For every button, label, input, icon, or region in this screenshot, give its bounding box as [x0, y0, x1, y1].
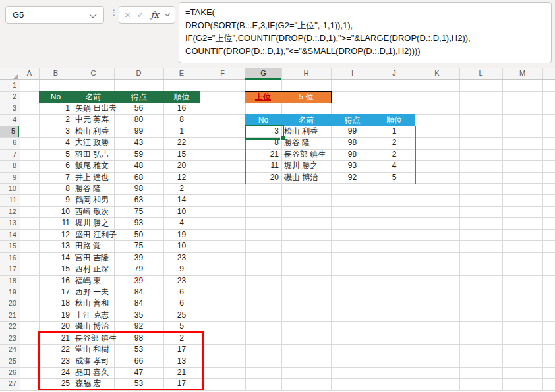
cell-rank[interactable]: 20 [163, 160, 200, 171]
cell-no[interactable]: 1 [39, 103, 73, 114]
column-header-C[interactable]: C [73, 68, 114, 80]
cell-score[interactable]: 75 [114, 206, 163, 217]
column-header-B[interactable]: B [39, 68, 73, 80]
cell-score[interactable]: 84 [114, 298, 163, 309]
row-header-25[interactable]: 25 [0, 356, 19, 367]
column-header-H[interactable]: H [281, 68, 331, 80]
cell-name[interactable]: 勝谷 隆一 [73, 183, 114, 194]
row-header-17[interactable]: 17 [0, 264, 19, 275]
cell-score[interactable]: 50 [114, 229, 163, 240]
column-header-L[interactable]: L [459, 68, 502, 80]
column-header-F[interactable]: F [200, 68, 245, 80]
row-header-6[interactable]: 6 [0, 137, 19, 148]
row-header-27[interactable]: 27 [0, 378, 19, 389]
cell-score[interactable]: 98 [114, 183, 163, 194]
cell-name[interactable]: 西崎 敬次 [73, 206, 114, 217]
cell-name[interactable]: 福嶋 東 [73, 275, 114, 287]
row-header-13[interactable]: 13 [0, 217, 19, 229]
cell-no[interactable]: 16 [39, 275, 73, 287]
cell-name[interactable]: 松山 利香 [73, 126, 114, 137]
cell-no[interactable]: 6 [39, 160, 73, 171]
row-header-20[interactable]: 20 [0, 298, 19, 309]
header-cell[interactable]: 順位 [163, 91, 200, 103]
column-header-I[interactable]: I [331, 68, 374, 80]
row-header-24[interactable]: 24 [0, 344, 19, 355]
cell-score[interactable]: 35 [114, 310, 163, 321]
column-header-J[interactable]: J [374, 68, 415, 80]
cell-score[interactable]: 39 [114, 275, 163, 287]
cell-no[interactable]: 10 [39, 206, 73, 217]
row-header-19[interactable]: 19 [0, 287, 19, 298]
cell-no[interactable]: 9 [39, 194, 73, 206]
select-all-corner[interactable] [13, 74, 18, 79]
cell-rank[interactable]: 4 [163, 217, 200, 229]
row-header-9[interactable]: 9 [0, 172, 19, 183]
cell-name[interactable]: 秋山 善和 [73, 298, 114, 309]
cell-no[interactable]: 2 [39, 114, 73, 125]
cell-rank[interactable]: 19 [163, 229, 200, 240]
formula-input[interactable]: =TAKE( DROP(SORT(B.:.E,3,IF(G2="上位",-1,1… [179, 2, 552, 63]
cell-name[interactable]: 堀川 勝之 [73, 217, 114, 229]
row-header-26[interactable]: 26 [0, 367, 19, 378]
cell-no[interactable]: 11 [39, 217, 73, 229]
criteria-mode-cell[interactable]: 上位 [245, 92, 281, 103]
cell-rank[interactable]: 23 [163, 275, 200, 287]
fill-handle[interactable] [280, 136, 285, 141]
cell-rank[interactable]: 10 [163, 206, 200, 217]
cell-score[interactable]: 63 [114, 194, 163, 206]
row-header-18[interactable]: 18 [0, 275, 19, 287]
column-header-G[interactable]: G [245, 68, 281, 80]
cell-no[interactable]: 13 [39, 240, 73, 252]
cell-rank[interactable]: 1 [163, 126, 200, 137]
cell-name[interactable]: 中元 英寿 [73, 114, 114, 125]
cell-no[interactable]: 17 [39, 287, 73, 298]
cell-name[interactable]: 田路 覚 [73, 240, 114, 252]
header-cell[interactable]: 得点 [114, 91, 163, 103]
cell-score[interactable]: 43 [114, 137, 163, 148]
cell-rank[interactable]: 25 [163, 310, 200, 321]
cell-no[interactable]: 4 [39, 137, 73, 148]
cell-rank[interactable]: 10 [163, 240, 200, 252]
cancel-icon[interactable]: × [125, 10, 131, 20]
cell-score[interactable]: 99 [114, 126, 163, 137]
row-header-3[interactable]: 3 [0, 103, 19, 114]
cell-name[interactable]: 井上 達也 [73, 172, 114, 183]
row-header-4[interactable]: 4 [0, 114, 19, 125]
enter-icon[interactable]: ✓ [137, 11, 144, 19]
criteria-rank-cell[interactable]: 5 位 [281, 92, 331, 103]
cell-score[interactable]: 79 [114, 264, 163, 275]
row-header-1[interactable]: 1 [0, 80, 19, 91]
cell-rank[interactable]: 6 [163, 298, 200, 309]
cell-no[interactable]: 3 [39, 126, 73, 137]
cell-no[interactable]: 12 [39, 229, 73, 240]
cell-score[interactable]: 75 [114, 240, 163, 252]
cell-score[interactable]: 93 [114, 217, 163, 229]
cell-name[interactable]: 羽田 弘吉 [73, 149, 114, 160]
column-header-A[interactable]: A [20, 68, 39, 80]
chevron-down-icon[interactable] [89, 11, 96, 18]
insert-function-icon[interactable]: ƒx [151, 10, 159, 20]
selected-cell-border[interactable] [245, 125, 284, 140]
cell-name[interactable]: 盛田 江利子 [73, 229, 114, 240]
cell-name[interactable]: 宮田 吉隆 [73, 252, 114, 264]
column-header-E[interactable]: E [163, 68, 200, 80]
header-cell[interactable]: 名前 [73, 91, 114, 103]
cell-rank[interactable]: 14 [163, 194, 200, 206]
row-header-12[interactable]: 12 [0, 206, 19, 217]
row-header-7[interactable]: 7 [0, 149, 19, 160]
row-header-22[interactable]: 22 [0, 321, 19, 332]
column-header-K[interactable]: K [415, 68, 459, 80]
more-options-icon[interactable]: ⋮ [110, 8, 118, 17]
cell-name[interactable]: 大江 政勝 [73, 137, 114, 148]
cell-score[interactable]: 80 [114, 114, 163, 125]
cell-rank[interactable]: 12 [163, 172, 200, 183]
row-header-16[interactable]: 16 [0, 252, 19, 264]
cell-score[interactable]: 56 [114, 103, 163, 114]
cell-rank[interactable]: 8 [163, 114, 200, 125]
cell-score[interactable]: 59 [114, 149, 163, 160]
row-header-15[interactable]: 15 [0, 240, 19, 252]
cell-no[interactable]: 14 [39, 252, 73, 264]
cell-no[interactable]: 18 [39, 298, 73, 309]
row-header-8[interactable]: 8 [0, 160, 19, 171]
row-header-11[interactable]: 11 [0, 194, 19, 206]
